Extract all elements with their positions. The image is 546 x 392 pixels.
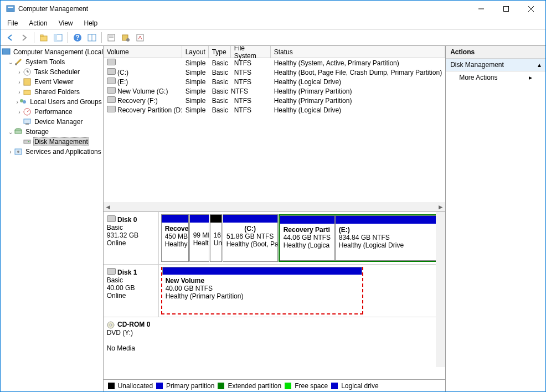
window-title: Computer Management: [18, 5, 468, 13]
cdrom-icon: [107, 321, 116, 328]
tree-shared-folders[interactable]: › Shared Folders: [1, 87, 103, 97]
expand-icon[interactable]: ›: [16, 109, 23, 115]
volume-row[interactable]: (E:)SimpleBasicNTFSHealthy (Logical Driv…: [104, 77, 445, 86]
tree-root[interactable]: Computer Management (Local: [1, 47, 103, 57]
properties-button[interactable]: [105, 32, 117, 44]
up-button[interactable]: [38, 32, 50, 44]
volume-icon: [107, 78, 116, 84]
svg-rect-7: [40, 35, 43, 37]
tree-local-users[interactable]: › Local Users and Groups: [1, 97, 103, 107]
titlebar: Computer Management: [1, 1, 545, 17]
volume-hscroll[interactable]: ◄ ►: [104, 202, 445, 212]
menu-view[interactable]: View: [55, 18, 76, 28]
disk-graphical[interactable]: Disk 0 Basic 931.32 GB Online Recove450 …: [104, 212, 445, 379]
collapse-icon[interactable]: ⌄: [7, 59, 14, 65]
disk0-part5[interactable]: Recovery Parti44.06 GB NTFSHealthy (Logi…: [280, 215, 335, 261]
col-volume[interactable]: Volume: [104, 46, 182, 58]
svg-rect-31: [24, 119, 30, 123]
svg-rect-20: [2, 49, 10, 54]
scroll-right-icon[interactable]: ►: [436, 202, 445, 212]
volume-row[interactable]: SimpleBasicNTFSHealthy (System, Active, …: [104, 58, 445, 68]
legend-primary-swatch: [156, 383, 163, 389]
menu-help[interactable]: Help: [81, 18, 101, 28]
tree-system-tools[interactable]: ⌄ System Tools: [1, 57, 103, 67]
expand-icon[interactable]: ›: [16, 89, 23, 95]
actions-more[interactable]: More Actions ▸: [446, 71, 545, 84]
col-type[interactable]: Type: [209, 46, 231, 58]
disk-icon: [107, 215, 116, 222]
menu-file[interactable]: File: [4, 18, 21, 28]
show-hide-tree-button[interactable]: [52, 32, 64, 44]
tree-services[interactable]: › Services and Applications: [1, 147, 103, 157]
svg-point-40: [110, 324, 112, 326]
col-status[interactable]: Status: [271, 46, 445, 58]
settings-button[interactable]: [120, 32, 132, 44]
volume-icon: [107, 59, 116, 65]
scroll-left-icon[interactable]: ◄: [104, 202, 113, 212]
refresh-button[interactable]: [86, 32, 98, 44]
cdrom-info[interactable]: CD-ROM 0 DVD (Y:) No Media: [104, 317, 445, 355]
computer-icon: [2, 48, 11, 56]
volume-body[interactable]: SimpleBasicNTFSHealthy (System, Active, …: [104, 58, 445, 202]
actions-pane: Actions Disk Management ▴ More Actions ▸: [446, 46, 545, 391]
disk0-info[interactable]: Disk 0 Basic 931.32 GB Online: [104, 212, 159, 264]
svg-point-21: [15, 63, 17, 65]
volume-row[interactable]: (C:)SimpleBasicNTFSHealthy (Boot, Page F…: [104, 68, 445, 77]
maximize-button[interactable]: [493, 1, 518, 17]
volume-icon: [107, 96, 116, 103]
actions-disk-management[interactable]: Disk Management ▴: [446, 59, 545, 71]
svg-rect-9: [54, 34, 57, 41]
tree-event-viewer[interactable]: › Event Viewer: [1, 77, 103, 87]
event-icon: [23, 78, 32, 86]
device-icon: [23, 117, 32, 126]
expand-icon[interactable]: ›: [16, 79, 23, 85]
disk-row-1[interactable]: Disk 1 Basic 40.00 GB Online New Volume4…: [104, 265, 445, 317]
disk-icon: [23, 137, 32, 146]
volume-header[interactable]: Volume Layout Type File System Status: [104, 46, 445, 58]
expand-icon[interactable]: ›: [7, 149, 14, 155]
nav-tree[interactable]: Computer Management (Local ⌄ System Tool…: [1, 46, 104, 391]
svg-rect-25: [24, 79, 30, 85]
volume-row[interactable]: Recovery Partition (D:)SimpleBasicNTFSHe…: [104, 105, 445, 115]
svg-text:?: ?: [75, 34, 79, 42]
expand-icon[interactable]: ›: [16, 69, 23, 75]
volume-row[interactable]: Recovery (F:)SimpleBasicNTFSHealthy (Pri…: [104, 96, 445, 105]
close-button[interactable]: [518, 1, 543, 17]
tree-device-manager[interactable]: Device Manager: [1, 117, 103, 127]
disk-vscroll[interactable]: [436, 212, 445, 367]
menu-action[interactable]: Action: [25, 18, 50, 28]
action-button[interactable]: [134, 32, 146, 44]
disk0-part3[interactable]: 16Un: [210, 214, 222, 262]
folder-icon: [23, 87, 32, 96]
help-button[interactable]: ?: [71, 32, 84, 44]
center-pane: Volume Layout Type File System Status Si…: [104, 46, 446, 391]
col-fs[interactable]: File System: [231, 46, 271, 58]
tree-performance[interactable]: › Performance: [1, 107, 103, 117]
collapse-icon[interactable]: ⌄: [7, 129, 14, 135]
users-icon: [18, 97, 27, 106]
tree-storage[interactable]: ⌄ Storage: [1, 127, 103, 137]
volume-list[interactable]: Volume Layout Type File System Status Si…: [104, 46, 445, 212]
disk0-part6[interactable]: (E:)834.84 GB NTFSHealthy (Logical Drive: [335, 215, 442, 261]
volume-row[interactable]: New Volume (G:)SimpleBasicNTFSHealthy (P…: [104, 86, 445, 96]
svg-point-28: [23, 100, 26, 104]
forward-button[interactable]: [18, 32, 30, 44]
svg-rect-34: [15, 130, 22, 133]
back-button[interactable]: [4, 32, 16, 44]
disk1-part1[interactable]: New Volume40.00 GB NTFSHealthy (Primary …: [161, 267, 363, 314]
disk-row-0[interactable]: Disk 0 Basic 931.32 GB Online Recove450 …: [104, 212, 445, 265]
tree-task-scheduler[interactable]: › Task Scheduler: [1, 67, 103, 77]
tree-disk-management[interactable]: Disk Management: [1, 137, 103, 147]
disk0-extended: Recovery Parti44.06 GB NTFSHealthy (Logi…: [279, 214, 443, 262]
disk0-part1[interactable]: Recove450 MBHealthy: [161, 214, 189, 262]
col-layout[interactable]: Layout: [182, 46, 209, 58]
disk-row-cdrom[interactable]: CD-ROM 0 DVD (Y:) No Media: [104, 317, 445, 355]
svg-rect-19: [137, 34, 143, 41]
disk1-info[interactable]: Disk 1 Basic 40.00 GB Online: [104, 265, 159, 317]
minimize-button[interactable]: [468, 1, 493, 17]
disk0-part2[interactable]: 99 MIHealt: [189, 214, 209, 262]
tools-icon: [14, 58, 23, 66]
legend-unallocated-swatch: [108, 383, 115, 389]
toolbar: ?: [1, 29, 545, 46]
disk0-part4[interactable]: (C:)51.86 GB NTFSHealthy (Boot, Pa: [223, 214, 278, 262]
